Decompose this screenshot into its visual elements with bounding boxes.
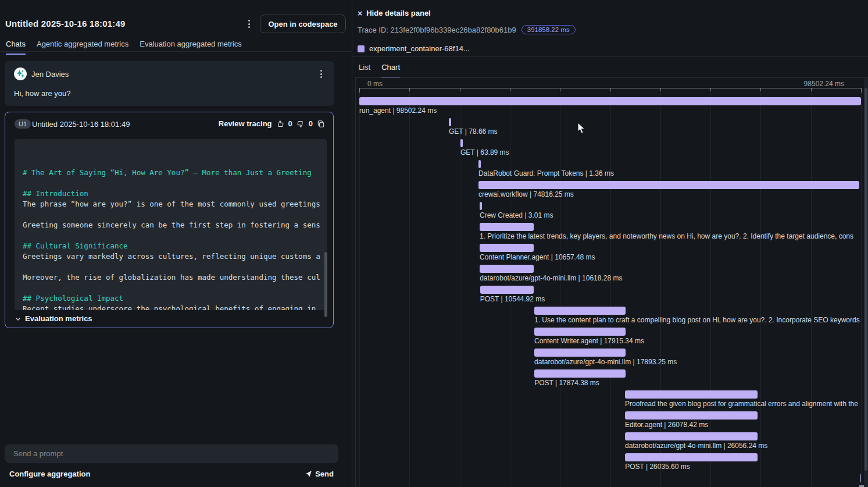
gridline [409, 88, 410, 487]
author-name: Jen Davies [31, 70, 69, 79]
markdown-line: Recent studies underscore the psychologi… [23, 304, 319, 310]
sparkle-icon [16, 69, 25, 79]
thumbs-up-icon [276, 120, 284, 128]
review-tracing-link[interactable]: Review tracing [219, 119, 272, 128]
span-label: POST | 26035.60 ms [625, 463, 690, 471]
legend-swatch [358, 45, 365, 52]
ruler-line [359, 88, 861, 88]
thumbs-up-count: 0 [288, 119, 292, 128]
gridline [359, 88, 360, 487]
configure-aggregation-button[interactable]: Configure aggregation [9, 470, 90, 478]
send-label: Send [315, 470, 334, 478]
markdown-line [23, 209, 319, 220]
span-bar[interactable] [534, 307, 626, 315]
span-bar[interactable] [625, 432, 758, 440]
copy-icon [317, 120, 325, 128]
thumbs-down-button[interactable] [297, 120, 305, 128]
trace-duration-badge: 391858.22 ms [521, 25, 576, 34]
hide-details-button[interactable]: × Hide details panel [358, 9, 431, 17]
close-icon: × [358, 9, 362, 17]
response-card: U1 Untitled 2025-10-16 18:01:49 Review t… [5, 112, 334, 328]
span-bar[interactable] [625, 453, 758, 461]
chat-panel-tabs: Chats Agentic aggregated metrics Evaluat… [6, 40, 242, 55]
span-label: Content Writer.agent | 17915.34 ms [534, 337, 644, 345]
markdown-line [23, 262, 319, 272]
span-label: datarobot/azure/gpt-4o-mini.llm | 10618.… [480, 274, 622, 282]
span-bar[interactable] [860, 474, 861, 482]
markdown-content: # The Art of Saying “Hi, How Are You?” —… [23, 168, 319, 310]
chart-scrollbar[interactable] [864, 78, 868, 487]
markdown-line: # The Art of Saying “Hi, How Are You?” —… [23, 168, 319, 178]
chart-scrollbar-thumb[interactable] [865, 88, 867, 471]
response-badge: U1 [15, 119, 31, 129]
page-title: Untitled 2025-10-16 18:01:49 [5, 19, 126, 29]
tab-chart[interactable]: Chart [381, 63, 400, 78]
span-bar[interactable] [480, 202, 482, 210]
markdown-line [23, 230, 319, 241]
tab-chats[interactable]: Chats [6, 40, 26, 55]
send-button[interactable]: Send [305, 470, 334, 478]
hide-details-label: Hide details panel [366, 9, 431, 17]
chat-panel: Untitled 2025-10-16 18:01:49 Open in cod… [0, 0, 352, 487]
span-label: Crew Created | 3.01 ms [480, 211, 553, 219]
span-bar[interactable] [534, 328, 626, 336]
span-bar[interactable] [480, 223, 534, 231]
span-bar[interactable] [625, 411, 758, 420]
chevron-down-icon [15, 315, 22, 322]
markdown-line [23, 178, 319, 189]
thumbs-down-count: 0 [309, 119, 313, 128]
tab-evaluation-aggregated-metrics[interactable]: Evaluation aggregated metrics [140, 40, 242, 55]
span-label: crewai.workflow | 74816.25 ms [478, 190, 574, 198]
span-bar[interactable] [534, 349, 626, 357]
kebab-menu-icon[interactable] [244, 19, 254, 29]
span-label: GET | 78.66 ms [449, 127, 498, 136]
evaluation-metrics-toggle[interactable]: Evaluation metrics [15, 314, 92, 323]
markdown-line [23, 283, 319, 293]
span-label: GET | 63.89 ms [460, 148, 509, 157]
span-bar[interactable] [359, 97, 861, 105]
span-bar[interactable] [460, 139, 463, 147]
span-bar[interactable] [478, 181, 859, 189]
open-in-codespace-button[interactable]: Open in codespace [260, 15, 346, 33]
span-label: datarobot/azure/gpt-4o-mini.llm | 26056.… [625, 442, 767, 450]
span-bar[interactable] [534, 369, 626, 378]
ruler-tick [359, 88, 360, 93]
span-bar[interactable] [480, 265, 534, 273]
span-bar[interactable] [480, 286, 534, 294]
details-divider [353, 56, 868, 57]
avatar [14, 67, 27, 80]
gridline [710, 88, 711, 487]
response-title: Untitled 2025-10-16 18:01:49 [32, 120, 130, 129]
markdown-line: ## Introduction [23, 189, 319, 199]
thumbs-up-button[interactable] [276, 120, 284, 128]
details-panel: × Hide details panel Trace ID: 213fe2f0b… [353, 0, 868, 487]
copy-button[interactable] [317, 120, 325, 128]
markdown-output: # The Art of Saying “Hi, How Are You?” —… [15, 139, 327, 310]
details-tabs: List Chart [359, 63, 400, 78]
span-bar[interactable] [449, 118, 451, 126]
tab-list[interactable]: List [359, 63, 370, 78]
thumbs-down-icon [297, 120, 305, 128]
span-label: 1. Prioritize the latest trends, key pla… [480, 232, 853, 240]
prompt-input[interactable] [5, 445, 338, 463]
span-label: Proofread the given blog post for gramma… [625, 400, 858, 408]
tab-agentic-aggregated-metrics[interactable]: Agentic aggregated metrics [37, 40, 128, 55]
trace-id-row: Trace ID: 213fe2f0bf96b339ec26ba82f80b61… [358, 25, 576, 34]
trace-legend: experiment_container-68f14... [358, 44, 470, 53]
gridline [460, 88, 460, 487]
tabs-divider [0, 51, 352, 52]
span-bar[interactable] [625, 390, 758, 399]
gridline [760, 88, 761, 487]
span-label: datarobot/azure/gpt-4o-mini.llm | 17893.… [534, 358, 677, 366]
trace-chart: 0 ms 98502.24 ms run_agent | 98502.24 ms… [355, 77, 868, 487]
span-bar[interactable] [478, 160, 481, 168]
span-bar[interactable] [480, 244, 534, 252]
message-kebab-icon[interactable] [316, 69, 326, 79]
gridline [861, 88, 862, 487]
gridline [610, 88, 611, 487]
gridline [560, 88, 560, 487]
trace-id-label: Trace ID: 213fe2f0bf96b339ec26ba82f80b61… [358, 26, 516, 34]
markdown-line: ## Cultural Significance [23, 241, 319, 251]
markdown-scrollbar[interactable] [324, 252, 327, 317]
markdown-line: The phrase “how are you?” is one of the … [23, 199, 319, 209]
